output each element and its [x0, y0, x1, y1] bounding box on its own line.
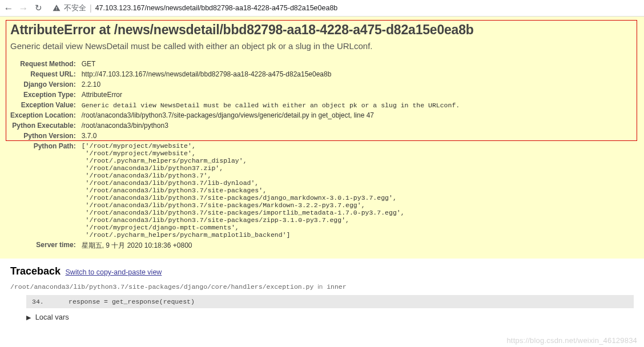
frame-location: /root/anaconda3/lib/python3.7/site-packa…	[10, 283, 634, 290]
switch-view-link[interactable]: Switch to copy-and-paste view	[66, 268, 162, 276]
row-exception-type: Exception Type:AttributeError	[10, 90, 460, 100]
error-meta-table: Request Method:GET Request URL:http://47…	[10, 59, 460, 252]
local-vars-toggle[interactable]: ▶ Local vars	[26, 313, 634, 321]
reload-button[interactable]: ↻	[33, 3, 43, 13]
insecure-label: 不安全	[64, 3, 86, 13]
frame-lineno: 34.	[32, 298, 69, 305]
frame-file: /root/anaconda3/lib/python3.7/site-packa…	[10, 283, 313, 290]
row-request-url: Request URL:http://47.103.123.167/news/n…	[10, 69, 460, 79]
row-server-time: Server time:星期五, 9 十月 2020 10:18:36 +080…	[10, 240, 460, 252]
error-message: Generic detail view NewsDetail must be c…	[10, 41, 634, 51]
forward-button[interactable]: →	[18, 3, 29, 13]
row-python-executable: Python Executable:/root/anaconda3/bin/py…	[10, 120, 460, 131]
url-text: 47.103.123.167/news/newsdetail/bbd82798-…	[95, 4, 338, 12]
frame-code-line[interactable]: 34. response = get_response(request)	[26, 295, 634, 308]
error-heading: AttributeError at /news/newsdetail/bbd82…	[10, 22, 634, 38]
address-bar[interactable]: 不安全 | 47.103.123.167/news/newsdetail/bbd…	[53, 3, 641, 13]
row-python-path: Python Path:['/root/myproject/mywebsite'…	[10, 141, 460, 240]
row-request-method: Request Method:GET	[10, 59, 460, 69]
url-separator: |	[90, 3, 92, 13]
local-vars-label: Local vars	[35, 313, 69, 321]
frame-code: response = get_response(request)	[69, 298, 195, 305]
traceback-section: Traceback Switch to copy-and-paste view …	[0, 259, 644, 321]
row-django-version: Django Version:2.2.10	[10, 79, 460, 90]
row-exception-location: Exception Location:/root/anaconda3/lib/p…	[10, 110, 460, 120]
frame-in-word: in	[317, 283, 323, 290]
row-exception-value: Exception Value:Generic detail view News…	[10, 100, 460, 110]
browser-toolbar: ← → ↻ 不安全 | 47.103.123.167/news/newsdeta…	[0, 0, 644, 17]
frame-func: inner	[327, 283, 347, 290]
insecure-icon	[53, 4, 61, 12]
traceback-heading: Traceback	[10, 265, 61, 277]
row-python-version: Python Version:3.7.0	[10, 131, 460, 141]
back-button[interactable]: ←	[3, 3, 14, 13]
watermark: https://blog.csdn.net/weixin_46129834	[506, 336, 637, 345]
error-summary: AttributeError at /news/newsdetail/bbd82…	[0, 17, 644, 259]
triangle-right-icon: ▶	[26, 314, 31, 321]
